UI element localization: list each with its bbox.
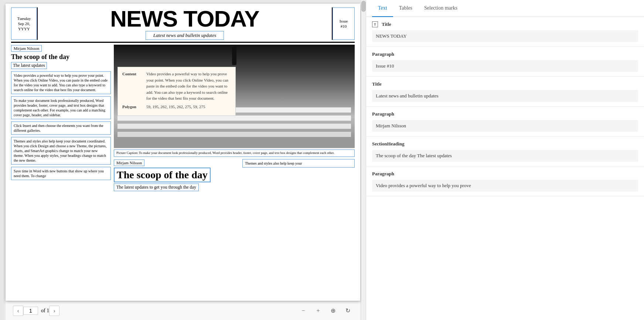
text-block-6: Themes and styles also help keep your <box>242 159 355 168</box>
right-panel: Text Tables Selection marks T Title NEWS… <box>366 0 644 320</box>
panel-section-header-1: T Title <box>372 21 638 27</box>
panel-section-4: Paragraph Mirjam Nilsson <box>366 107 644 137</box>
panel-section-2: Paragraph Issue #10 <box>366 47 644 77</box>
text-block-2: To make your document look professionall… <box>11 96 111 119</box>
subtitle-box: Latest news and bulletin updates <box>146 31 224 40</box>
panel-value-4: Mirjam Nilsson <box>372 120 638 132</box>
stripe-2 <box>117 116 351 121</box>
big-section-subheading: The latest updates to get you through th… <box>114 183 199 191</box>
figure-legs <box>232 47 236 65</box>
second-section-right: Themes and styles also help keep your <box>242 159 355 193</box>
newspaper-title: NEWS TODAY <box>110 7 259 30</box>
panel-section-header-5: SectionHeading <box>372 141 638 147</box>
author-tag-2: Mirjam Nilsson <box>114 159 144 166</box>
newspaper-content: Tuesday Sep 20, YYYY NEWS TODAY Latest n… <box>6 4 360 301</box>
author-tag-1: Mirjam Nilsson <box>11 45 42 52</box>
title-center: NEWS TODAY Latest news and bulletin upda… <box>37 7 333 40</box>
panel-content: T Title NEWS TODAY Paragraph Issue #10 T… <box>366 17 644 320</box>
section-heading-1: The scoop of the day <box>11 53 111 61</box>
text-block-1: Video provides a powerful way to help yo… <box>11 71 111 94</box>
tooltip-row-1: Content Video provides a powerful way to… <box>122 71 231 101</box>
section-type-3: Title <box>372 81 382 87</box>
second-section: Mirjam Nilsson The scoop of the day The … <box>114 159 355 193</box>
crosswalk-image: Content Video provides a powerful way to… <box>114 45 355 148</box>
rotate-icon[interactable]: ↻ <box>343 306 353 316</box>
zoom-in-icon[interactable]: + <box>313 306 323 316</box>
picture-caption: Picture Caption: To make your document l… <box>114 149 355 157</box>
section-type-2: Paragraph <box>372 51 394 57</box>
content-area: Mirjam Nilsson The scoop of the day The … <box>11 45 355 270</box>
tab-tables[interactable]: Tables <box>393 0 418 17</box>
section-type-4: Paragraph <box>372 111 394 117</box>
tooltip-row-2: Polygon 59, 195, 262, 195, 262, 275, 59,… <box>122 104 231 110</box>
panel-value-2: Issue #10 <box>372 60 638 72</box>
date-box: Tuesday Sep 20, YYYY <box>11 7 37 40</box>
text-block-5: Save time in Word with new buttons that … <box>11 167 111 180</box>
panel-value-6: Video provides a powerful way to help yo… <box>372 180 638 192</box>
panel-section-header-4: Paragraph <box>372 111 638 117</box>
panel-section-6: Paragraph Video provides a powerful way … <box>366 166 644 196</box>
text-block-3: Click Insert and then choose the element… <box>11 121 111 135</box>
tab-text[interactable]: Text <box>372 0 393 17</box>
page-info: of 1 <box>23 307 49 315</box>
fit-icon[interactable]: ⊕ <box>328 306 338 316</box>
issue-box: Issue #10 <box>333 7 355 40</box>
stripe-4 <box>117 132 351 137</box>
prev-page-button[interactable]: ‹ <box>13 306 23 316</box>
doc-toolbar: ‹ of 1 › − + ⊕ ↻ <box>6 301 360 320</box>
tooltip-content-2: 59, 195, 262, 195, 262, 275, 59, 275 <box>146 104 231 110</box>
page-of-text: of 1 <box>41 308 49 314</box>
tooltip-label-2: Polygon <box>122 104 146 110</box>
left-column: Mirjam Nilsson The scoop of the day The … <box>11 45 111 270</box>
big-section-heading: The scoop of the day <box>114 168 211 182</box>
panel-section-header-6: Paragraph <box>372 171 638 177</box>
panel-tabs: Text Tables Selection marks <box>366 0 644 17</box>
text-block-4: Themes and styles also help keep your do… <box>11 137 111 165</box>
panel-section-header-2: Paragraph <box>372 51 638 57</box>
next-page-button[interactable]: › <box>49 306 59 316</box>
panel-value-5: The scoop of the day The latest updates <box>372 150 638 162</box>
issue-text: Issue #10 <box>336 18 351 29</box>
panel-section-3: Title Latest news and bulletin updates <box>366 77 644 107</box>
panel-value-1: NEWS TODAY <box>372 30 638 42</box>
tab-selection-marks[interactable]: Selection marks <box>418 0 463 17</box>
panel-section-1: T Title NEWS TODAY <box>366 17 644 47</box>
newspaper-header: Tuesday Sep 20, YYYY NEWS TODAY Latest n… <box>11 7 355 43</box>
page-number-input[interactable] <box>23 307 38 315</box>
section-type-1: Title <box>382 21 391 27</box>
section-subheading-1: The latest updates <box>11 62 47 69</box>
tooltip-label-1: Content <box>122 71 146 101</box>
panel-section-header-3: Title <box>372 81 638 87</box>
panel-section-5: SectionHeading The scoop of the day The … <box>366 137 644 166</box>
zoom-out-icon[interactable]: − <box>298 306 309 316</box>
second-section-left: Mirjam Nilsson The scoop of the day The … <box>114 159 239 193</box>
panel-value-3: Latest news and bulletin updates <box>372 90 638 102</box>
section-type-6: Paragraph <box>372 171 394 177</box>
section-type-5: SectionHeading <box>372 141 404 147</box>
tooltip-popup: Content Video provides a powerful way to… <box>117 67 236 116</box>
document-viewer: Tuesday Sep 20, YYYY NEWS TODAY Latest n… <box>0 0 366 320</box>
stripe-3 <box>117 124 351 129</box>
title-icon-1: T <box>372 21 378 27</box>
toolbar-icons: − + ⊕ ↻ <box>298 306 353 316</box>
right-column: Content Video provides a powerful way to… <box>114 45 355 270</box>
doc-page: Tuesday Sep 20, YYYY NEWS TODAY Latest n… <box>6 4 360 301</box>
tooltip-content-1: Video provides a powerful way to help yo… <box>146 71 231 101</box>
